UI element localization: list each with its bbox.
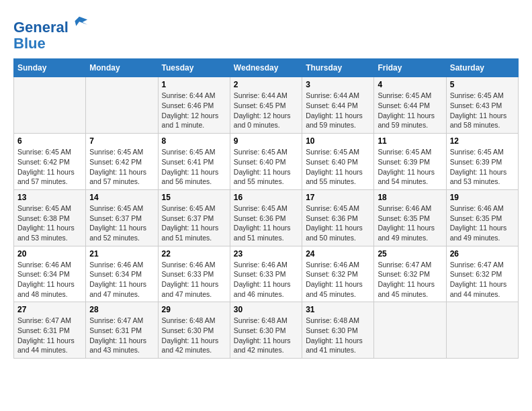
calendar-cell: 10Sunrise: 6:45 AM Sunset: 6:40 PM Dayli… [302,134,374,190]
day-info: Sunrise: 6:45 AM Sunset: 6:39 PM Dayligh… [450,147,515,187]
calendar-cell [14,77,86,134]
calendar-cell: 15Sunrise: 6:45 AM Sunset: 6:37 PM Dayli… [158,189,230,246]
day-info: Sunrise: 6:48 AM Sunset: 6:30 PM Dayligh… [162,316,226,355]
day-info: Sunrise: 6:45 AM Sunset: 6:39 PM Dayligh… [378,147,442,187]
day-info: Sunrise: 6:46 AM Sunset: 6:33 PM Dayligh… [234,260,298,300]
calendar-cell [86,77,158,134]
day-info: Sunrise: 6:44 AM Sunset: 6:44 PM Dayligh… [306,91,370,130]
calendar-cell: 12Sunrise: 6:45 AM Sunset: 6:39 PM Dayli… [446,134,518,190]
day-info: Sunrise: 6:45 AM Sunset: 6:41 PM Dayligh… [162,147,226,187]
weekday-header-tuesday: Tuesday [158,59,230,77]
calendar-cell: 22Sunrise: 6:46 AM Sunset: 6:33 PM Dayli… [158,246,230,302]
day-info: Sunrise: 6:47 AM Sunset: 6:32 PM Dayligh… [450,260,515,300]
day-number: 5 [450,80,515,89]
svg-marker-0 [75,17,87,26]
day-info: Sunrise: 6:46 AM Sunset: 6:34 PM Dayligh… [89,260,154,300]
day-info: Sunrise: 6:45 AM Sunset: 6:36 PM Dayligh… [234,203,298,243]
calendar-cell: 29Sunrise: 6:48 AM Sunset: 6:30 PM Dayli… [158,302,230,359]
calendar-cell: 16Sunrise: 6:45 AM Sunset: 6:36 PM Dayli… [230,189,302,246]
day-number: 24 [306,249,370,259]
day-number: 16 [234,193,298,202]
day-info: Sunrise: 6:45 AM Sunset: 6:37 PM Dayligh… [162,203,226,243]
day-number: 1 [162,80,226,89]
day-number: 15 [162,193,226,202]
calendar-cell: 26Sunrise: 6:47 AM Sunset: 6:32 PM Dayli… [446,246,518,302]
calendar-cell: 19Sunrise: 6:46 AM Sunset: 6:35 PM Dayli… [446,189,518,246]
weekday-header-friday: Friday [374,59,446,77]
calendar-cell: 9Sunrise: 6:45 AM Sunset: 6:40 PM Daylig… [230,134,302,190]
day-info: Sunrise: 6:45 AM Sunset: 6:40 PM Dayligh… [306,147,370,187]
day-number: 3 [306,80,370,89]
calendar-cell: 31Sunrise: 6:48 AM Sunset: 6:30 PM Dayli… [302,302,374,359]
day-info: Sunrise: 6:44 AM Sunset: 6:45 PM Dayligh… [234,91,298,130]
day-number: 21 [89,249,154,259]
day-number: 28 [89,305,154,314]
day-info: Sunrise: 6:46 AM Sunset: 6:34 PM Dayligh… [17,260,82,300]
day-number: 7 [89,136,154,146]
logo-text: General Blue [13,13,89,52]
day-info: Sunrise: 6:45 AM Sunset: 6:43 PM Dayligh… [450,91,515,130]
calendar-cell: 11Sunrise: 6:45 AM Sunset: 6:39 PM Dayli… [374,134,446,190]
calendar-cell: 21Sunrise: 6:46 AM Sunset: 6:34 PM Dayli… [86,246,158,302]
calendar-cell: 4Sunrise: 6:45 AM Sunset: 6:44 PM Daylig… [374,77,446,134]
calendar-cell: 1Sunrise: 6:44 AM Sunset: 6:46 PM Daylig… [158,77,230,134]
calendar-cell: 2Sunrise: 6:44 AM Sunset: 6:45 PM Daylig… [230,77,302,134]
day-number: 6 [17,136,82,146]
day-number: 17 [306,193,370,202]
day-number: 25 [378,249,442,259]
day-info: Sunrise: 6:45 AM Sunset: 6:42 PM Dayligh… [17,147,82,187]
day-number: 12 [450,136,515,146]
day-number: 10 [306,136,370,146]
day-info: Sunrise: 6:48 AM Sunset: 6:30 PM Dayligh… [306,316,370,355]
day-number: 22 [162,249,226,259]
day-number: 4 [378,80,442,89]
day-number: 30 [234,305,298,314]
logo-bird-icon [70,13,89,32]
calendar-table: SundayMondayTuesdayWednesdayThursdayFrid… [13,58,519,359]
calendar-cell: 30Sunrise: 6:48 AM Sunset: 6:30 PM Dayli… [230,302,302,359]
day-info: Sunrise: 6:46 AM Sunset: 6:35 PM Dayligh… [378,203,442,243]
calendar-cell [446,302,518,359]
calendar-cell: 3Sunrise: 6:44 AM Sunset: 6:44 PM Daylig… [302,77,374,134]
calendar-cell: 18Sunrise: 6:46 AM Sunset: 6:35 PM Dayli… [374,189,446,246]
page-header: General Blue [13,13,519,52]
calendar-cell: 28Sunrise: 6:47 AM Sunset: 6:31 PM Dayli… [86,302,158,359]
day-info: Sunrise: 6:47 AM Sunset: 6:32 PM Dayligh… [378,260,442,300]
calendar-cell: 27Sunrise: 6:47 AM Sunset: 6:31 PM Dayli… [14,302,86,359]
day-number: 18 [378,193,442,202]
day-number: 13 [17,193,82,202]
day-number: 2 [234,80,298,89]
day-info: Sunrise: 6:45 AM Sunset: 6:38 PM Dayligh… [17,203,82,243]
calendar-cell: 8Sunrise: 6:45 AM Sunset: 6:41 PM Daylig… [158,134,230,190]
calendar-cell: 17Sunrise: 6:45 AM Sunset: 6:36 PM Dayli… [302,189,374,246]
day-info: Sunrise: 6:47 AM Sunset: 6:31 PM Dayligh… [17,316,82,355]
calendar-cell: 13Sunrise: 6:45 AM Sunset: 6:38 PM Dayli… [14,189,86,246]
day-info: Sunrise: 6:46 AM Sunset: 6:33 PM Dayligh… [162,260,226,300]
day-number: 26 [450,249,515,259]
day-number: 8 [162,136,226,146]
day-info: Sunrise: 6:46 AM Sunset: 6:32 PM Dayligh… [306,260,370,300]
logo-general: General [13,19,69,36]
day-info: Sunrise: 6:48 AM Sunset: 6:30 PM Dayligh… [234,316,298,355]
day-number: 9 [234,136,298,146]
day-number: 19 [450,193,515,202]
day-info: Sunrise: 6:45 AM Sunset: 6:37 PM Dayligh… [89,203,154,243]
logo-blue: Blue [13,35,46,52]
calendar-cell: 5Sunrise: 6:45 AM Sunset: 6:43 PM Daylig… [446,77,518,134]
day-info: Sunrise: 6:45 AM Sunset: 6:36 PM Dayligh… [306,203,370,243]
calendar-cell: 23Sunrise: 6:46 AM Sunset: 6:33 PM Dayli… [230,246,302,302]
calendar-cell: 25Sunrise: 6:47 AM Sunset: 6:32 PM Dayli… [374,246,446,302]
weekday-header-thursday: Thursday [302,59,374,77]
calendar-cell: 14Sunrise: 6:45 AM Sunset: 6:37 PM Dayli… [86,189,158,246]
day-number: 29 [162,305,226,314]
day-info: Sunrise: 6:45 AM Sunset: 6:40 PM Dayligh… [234,147,298,187]
day-info: Sunrise: 6:47 AM Sunset: 6:31 PM Dayligh… [89,316,154,355]
day-info: Sunrise: 6:46 AM Sunset: 6:35 PM Dayligh… [450,203,515,243]
weekday-header-sunday: Sunday [14,59,86,77]
day-info: Sunrise: 6:45 AM Sunset: 6:44 PM Dayligh… [378,91,442,130]
logo: General Blue [13,13,89,52]
weekday-header-wednesday: Wednesday [230,59,302,77]
day-info: Sunrise: 6:45 AM Sunset: 6:42 PM Dayligh… [89,147,154,187]
day-number: 11 [378,136,442,146]
day-number: 14 [89,193,154,202]
